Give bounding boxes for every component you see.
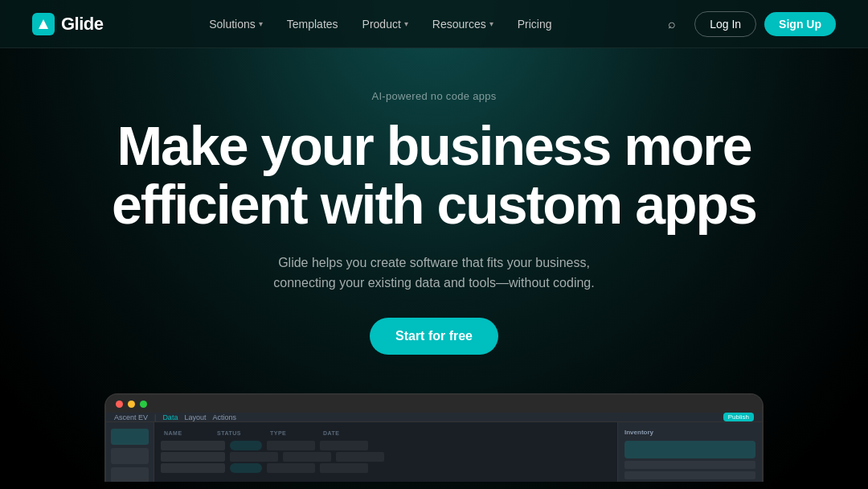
logo[interactable]: Glide [32,13,104,35]
cell-status [230,452,278,462]
sidebar-item-data[interactable] [111,429,149,445]
start-for-free-button[interactable]: Start for free [370,318,498,355]
cell-status [230,463,262,473]
toolbar-tab-layout[interactable]: Layout [184,413,206,421]
window-controls [106,395,762,413]
app-sidebar [106,422,154,482]
nav-product[interactable]: Product ▾ [353,13,418,35]
chevron-down-icon: ▾ [489,19,493,28]
nav-pricing[interactable]: Pricing [508,13,562,35]
panel-item [624,471,755,479]
cell-date [336,452,384,462]
sidebar-item-users[interactable] [111,448,149,464]
nav-resources[interactable]: Resources ▾ [423,13,503,35]
search-button[interactable]: ⌕ [657,10,686,39]
app-right-panel: Inventory [617,422,762,482]
hero-subtitle: Glide helps you create software that fit… [261,253,607,294]
cell-type [267,441,315,450]
signup-button[interactable]: Sign Up [764,12,836,36]
cell-date [320,441,368,450]
panel-item-highlighted [624,441,755,458]
chevron-down-icon: ▾ [404,19,408,28]
col-header-status: Status [214,429,262,438]
app-body: Name Status Type Date [106,422,762,482]
nav-actions: ⌕ Log In Sign Up [657,10,836,39]
nav-templates[interactable]: Templates [277,13,348,35]
app-toolbar: Ascent EV | Data Layout Actions Publish [106,413,762,422]
table-row [161,441,611,450]
panel-item [624,461,755,469]
navbar: Glide Solutions ▾ Templates Product ▾ Re… [0,0,868,48]
hero-title: Make your business more efficient with c… [112,117,756,235]
cell-name [161,452,225,462]
col-header-type: Type [267,429,315,438]
table-row [161,452,611,462]
cell-date [320,463,368,473]
close-icon [116,401,123,408]
table-header: Name Status Type Date [161,429,611,438]
cell-name [161,441,225,450]
cell-status [230,441,262,450]
publish-button[interactable]: Publish [723,413,754,421]
hero-section: AI-powered no code apps Make your busine… [0,48,868,393]
toolbar-separator: | [154,413,156,421]
hero-badge: AI-powered no code apps [371,90,496,102]
app-interface: Ascent EV | Data Layout Actions Publish [106,413,762,482]
toolbar-tab-actions[interactable]: Actions [212,413,236,421]
cell-name [161,463,225,473]
nav-solutions[interactable]: Solutions ▾ [199,13,272,35]
cell-type [283,452,331,462]
minimize-icon [128,401,135,408]
col-header-name: Name [161,429,209,438]
panel-title: Inventory [624,429,755,436]
login-button[interactable]: Log In [694,11,756,37]
toolbar-tab-data[interactable]: Data [162,413,178,421]
laptop-frame: Ascent EV | Data Layout Actions Publish [104,393,764,482]
maximize-icon [140,401,147,408]
brand-name: Glide [61,14,104,35]
screen-content: Ascent EV | Data Layout Actions Publish [106,413,762,482]
app-main: Name Status Type Date [154,422,617,482]
laptop-mockup: Ascent EV | Data Layout Actions Publish [0,393,868,482]
chevron-down-icon: ▾ [259,19,263,28]
app-name: Ascent EV [114,413,148,421]
search-icon: ⌕ [668,17,676,31]
sidebar-item-inventory[interactable] [111,467,149,482]
nav-links: Solutions ▾ Templates Product ▾ Resource… [199,13,561,35]
cell-type [267,463,315,473]
table-row [161,463,611,473]
col-header-date: Date [320,429,368,438]
